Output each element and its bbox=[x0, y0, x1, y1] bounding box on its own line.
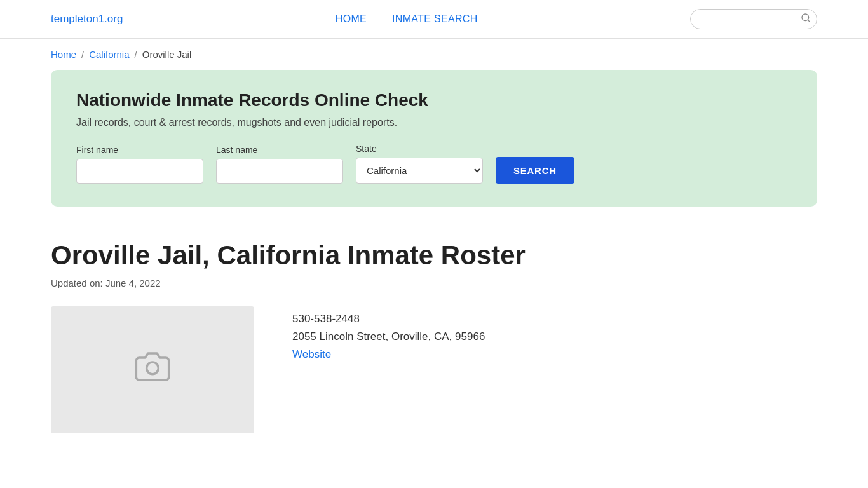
banner-title: Nationwide Inmate Records Online Check bbox=[76, 90, 792, 111]
breadcrumb: Home / California / Oroville Jail bbox=[0, 39, 868, 70]
last-name-label: Last name bbox=[216, 145, 343, 155]
nav-inmate-search[interactable]: INMATE SEARCH bbox=[392, 13, 478, 25]
search-banner: Nationwide Inmate Records Online Check J… bbox=[51, 70, 817, 207]
site-logo[interactable]: templeton1.org bbox=[51, 13, 123, 25]
search-button[interactable]: SEARCH bbox=[496, 157, 574, 184]
state-group: State AlabamaAlaskaArizonaArkansasCalifo… bbox=[356, 144, 483, 184]
jail-info-section: 530-538-2448 2055 Lincoln Street, Orovil… bbox=[51, 306, 817, 433]
breadcrumb-home[interactable]: Home bbox=[51, 49, 76, 60]
first-name-input[interactable] bbox=[76, 159, 203, 184]
banner-subtitle: Jail records, court & arrest records, mu… bbox=[76, 117, 792, 128]
last-name-input[interactable] bbox=[216, 159, 343, 184]
nav-home[interactable]: HOME bbox=[336, 13, 367, 25]
breadcrumb-california[interactable]: California bbox=[89, 49, 129, 60]
first-name-group: First name bbox=[76, 145, 203, 184]
header-search-input[interactable] bbox=[690, 9, 817, 29]
state-select[interactable]: AlabamaAlaskaArizonaArkansasCaliforniaCo… bbox=[356, 158, 483, 184]
breadcrumb-current: Oroville Jail bbox=[142, 49, 192, 60]
breadcrumb-sep-2: / bbox=[135, 49, 137, 60]
jail-photo-placeholder bbox=[51, 306, 254, 433]
inmate-search-form: First name Last name State AlabamaAlaska… bbox=[76, 144, 792, 184]
updated-date: Updated on: June 4, 2022 bbox=[51, 278, 817, 288]
jail-website-link[interactable]: Website bbox=[292, 348, 485, 361]
jail-phone: 530-538-2448 bbox=[292, 313, 485, 325]
state-label: State bbox=[356, 144, 483, 154]
page-title: Oroville Jail, California Inmate Roster bbox=[51, 240, 817, 271]
breadcrumb-sep-1: / bbox=[81, 49, 84, 60]
jail-address: 2055 Lincoln Street, Oroville, CA, 95966 bbox=[292, 330, 485, 343]
jail-details: 530-538-2448 2055 Lincoln Street, Orovil… bbox=[292, 306, 485, 361]
header-search-wrapper bbox=[690, 9, 817, 29]
camera-icon bbox=[135, 349, 170, 391]
last-name-group: Last name bbox=[216, 145, 343, 184]
header: templeton1.org HOME INMATE SEARCH bbox=[0, 0, 868, 39]
main-nav: HOME INMATE SEARCH bbox=[336, 13, 478, 25]
main-content: Oroville Jail, California Inmate Roster … bbox=[0, 227, 868, 459]
svg-point-2 bbox=[147, 362, 159, 374]
first-name-label: First name bbox=[76, 145, 203, 155]
